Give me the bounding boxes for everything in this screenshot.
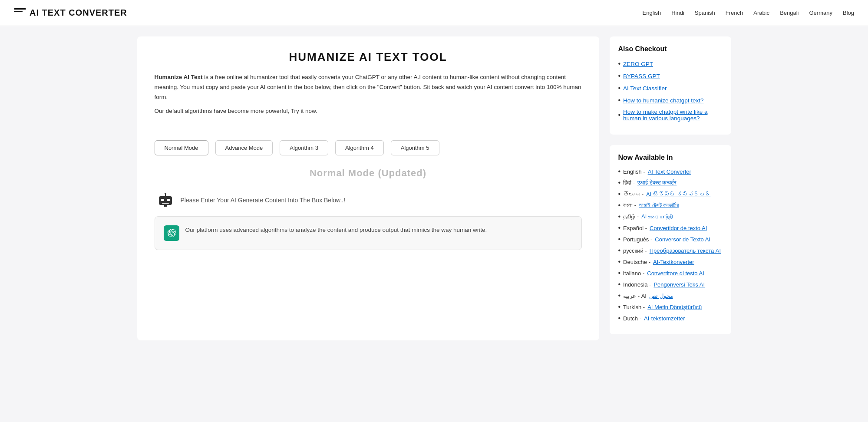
mode-buttons: Normal ModeAdvance ModeAlgorithm 3Algori…	[155, 140, 582, 155]
available-lang: हिंदी -	[623, 179, 635, 186]
available-lang: italiano -	[623, 270, 644, 277]
checkout-link[interactable]: ZERO GPT	[623, 61, 653, 67]
nav-item-english[interactable]: English	[643, 10, 661, 16]
available-lang: Dutch -	[623, 315, 641, 322]
available-lang: Deutsche -	[623, 259, 650, 265]
available-lang: عربية - AI	[623, 293, 647, 299]
nav-item-hindi[interactable]: Hindi	[671, 10, 684, 16]
available-list-item: Português - Conversor de Texto AI	[618, 235, 723, 243]
available-link[interactable]: Преобразователь текста AI	[650, 247, 721, 254]
robot-icon	[156, 191, 175, 209]
logo-icon	[14, 8, 26, 18]
robot-prompt-text: Please Enter Your AI Generate Content In…	[181, 197, 346, 204]
available-lang: Indonesia -	[623, 281, 651, 288]
checkout-links: ZERO GPTBYPASS GPTAI Text ClassifierHow …	[618, 60, 723, 122]
available-list-item: عربية - AI محول نص	[618, 292, 723, 300]
available-link[interactable]: AI உரை மாற்றி	[641, 213, 673, 220]
nav-item-germany[interactable]: Germany	[809, 10, 832, 16]
logo[interactable]: AI TEXT CONVERTER	[14, 8, 127, 18]
checkout-link-item: ZERO GPT	[618, 60, 723, 68]
checkout-link-item: BYPASS GPT	[618, 72, 723, 80]
available-link[interactable]: एआई टेक्स्ट कन्वर्टर	[637, 179, 677, 186]
svg-rect-2	[167, 199, 170, 201]
nav-item-spanish[interactable]: Spanish	[695, 10, 715, 16]
available-link[interactable]: محول نص	[649, 293, 673, 299]
sidebar: Also Checkout ZERO GPTBYPASS GPTAI Text …	[610, 36, 731, 340]
mode-btn-algorithm-5[interactable]: Algorithm 5	[391, 140, 439, 155]
intro-paragraph: Humanize AI Text is a free online ai hum…	[155, 73, 582, 102]
chatgpt-icon	[164, 225, 179, 241]
checkout-link-item: How to humanize chatgpt text?	[618, 96, 723, 104]
header: AI TEXT CONVERTER EnglishHindiSpanishFre…	[0, 0, 868, 26]
available-lang: தமிழ் -	[623, 213, 639, 220]
available-list-item: Dutch - AI-tekstomzetter	[618, 314, 723, 322]
available-list-item: हिंदी - एआई टेक्स्ट कन्वर्टर	[618, 179, 723, 187]
available-list-item: English - AI Text Converter	[618, 168, 723, 175]
nav: EnglishHindiSpanishFrenchArabicBengaliGe…	[643, 10, 854, 16]
page-title: HUMANIZE AI TEXT TOOL	[155, 50, 582, 64]
available-list-item: Deutsche - AI-Textkonverter	[618, 258, 723, 266]
mode-label: Normal Mode (Updated)	[155, 168, 582, 179]
checkout-title: Also Checkout	[618, 45, 723, 53]
available-lang: русский -	[623, 247, 647, 254]
logo-text: AI TEXT CONVERTER	[30, 8, 127, 18]
checkout-link[interactable]: AI Text Classifier	[623, 85, 667, 92]
nav-item-blog[interactable]: Blog	[843, 10, 854, 16]
intro-rest: is a free online ai humanizer tool that …	[155, 74, 581, 100]
output-box: Our platform uses advanced algorithms to…	[155, 216, 582, 250]
nav-item-french[interactable]: French	[726, 10, 743, 16]
available-link[interactable]: Conversor de Texto AI	[655, 236, 710, 243]
mode-btn-algorithm-4[interactable]: Algorithm 4	[335, 140, 384, 155]
available-list-item: русский - Преобразователь текста AI	[618, 247, 723, 254]
available-list: English - AI Text Converterहिंदी - एआई ट…	[618, 168, 723, 322]
available-link[interactable]: AI Metin Dönüştürücü	[647, 304, 702, 310]
available-lang: Turkish -	[623, 304, 645, 310]
available-lang: తెలుగు -	[623, 191, 644, 198]
available-list-item: italiano - Convertitore di testo AI	[618, 269, 723, 277]
also-checkout-card: Also Checkout ZERO GPTBYPASS GPTAI Text …	[610, 36, 731, 135]
available-link[interactable]: Pengonversi Teks AI	[653, 281, 705, 288]
available-link[interactable]: AI టెక్స్ట్ కన్వర్టర్	[646, 191, 711, 198]
page-container: HUMANIZE AI TEXT TOOL Humanize AI Text i…	[130, 26, 738, 351]
mode-btn-algorithm-3[interactable]: Algorithm 3	[280, 140, 328, 155]
available-lang: Português -	[623, 236, 652, 243]
checkout-link-item: How to make chatgpt write like a human i…	[618, 109, 723, 122]
available-list-item: Indonesia - Pengonversi Teks AI	[618, 280, 723, 288]
available-link[interactable]: আমাই টেক্সট কনভার্টার	[639, 202, 679, 209]
checkout-link[interactable]: How to humanize chatgpt text?	[623, 97, 703, 104]
available-list-item: বাংলা - আমাই টেক্সট কনভার্টার	[618, 201, 723, 209]
svg-rect-6	[164, 205, 167, 207]
available-list-item: தமிழ் - AI உரை மாற்றி	[618, 213, 723, 221]
checkout-link-item: AI Text Classifier	[618, 84, 723, 92]
available-lang: English -	[623, 168, 645, 175]
available-list-item: Turkish - AI Metin Dönüştürücü	[618, 303, 723, 311]
checkout-link[interactable]: How to make chatgpt write like a human i…	[623, 109, 722, 122]
available-link[interactable]: AI-tekstomzetter	[644, 315, 685, 322]
available-link[interactable]: Convertidor de texto AI	[650, 225, 707, 231]
svg-rect-1	[161, 199, 164, 201]
output-text: Our platform uses advanced algorithms to…	[185, 225, 487, 235]
available-link[interactable]: Convertitore di testo AI	[647, 270, 704, 277]
intro-bold: Humanize AI Text	[155, 74, 203, 80]
available-link[interactable]: AI Text Converter	[648, 168, 691, 175]
available-lang: Español -	[623, 225, 647, 231]
svg-rect-3	[162, 203, 169, 204]
main-content: HUMANIZE AI TEXT TOOL Humanize AI Text i…	[137, 36, 599, 340]
robot-prompt: Please Enter Your AI Generate Content In…	[155, 191, 582, 209]
available-list-item: Español - Convertidor de texto AI	[618, 224, 723, 232]
available-lang: বাংলা -	[623, 202, 636, 209]
mode-btn-normal-mode[interactable]: Normal Mode	[155, 140, 208, 155]
sub-text: Our default algorithms have become more …	[155, 108, 582, 114]
available-list-item: తెలుగు - AI టెక్స్ట్ కన్వర్టర్	[618, 190, 723, 198]
mode-btn-advance-mode[interactable]: Advance Mode	[215, 140, 273, 155]
available-card: Now Available In English - AI Text Conve…	[610, 145, 731, 334]
available-title: Now Available In	[618, 154, 723, 162]
nav-item-bengali[interactable]: Bengali	[780, 10, 799, 16]
available-link[interactable]: AI-Textkonverter	[653, 259, 694, 265]
nav-item-arabic[interactable]: Arabic	[753, 10, 769, 16]
svg-point-5	[165, 193, 166, 195]
checkout-link[interactable]: BYPASS GPT	[623, 73, 660, 79]
